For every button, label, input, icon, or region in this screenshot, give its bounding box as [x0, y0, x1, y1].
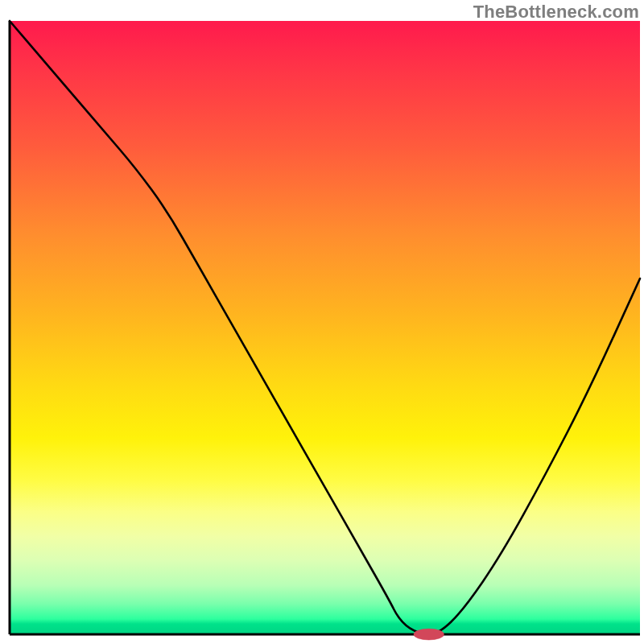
bottleneck-curve — [10, 21, 640, 634]
bottleneck-chart: TheBottleneck.com — [0, 0, 644, 644]
optimal-marker — [414, 629, 444, 640]
chart-svg — [0, 0, 644, 644]
axes — [10, 21, 640, 634]
watermark-text: TheBottleneck.com — [473, 2, 639, 23]
